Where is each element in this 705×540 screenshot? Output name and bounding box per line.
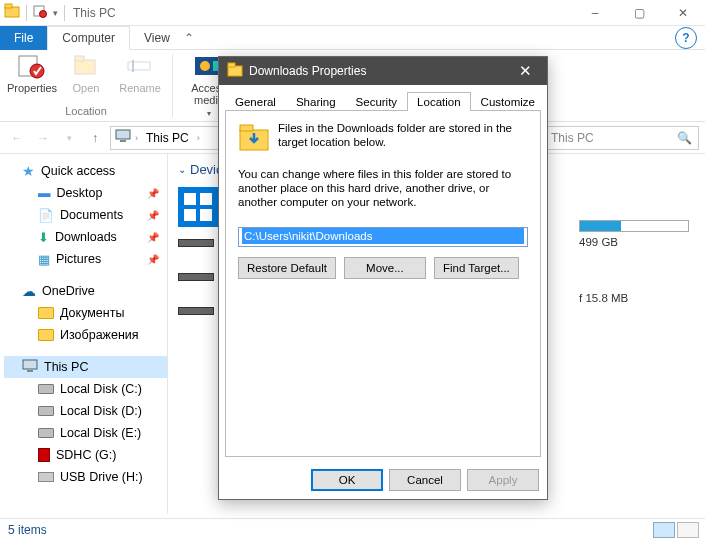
sidebar-documents[interactable]: 📄Documents📌 xyxy=(4,204,167,226)
sidebar-drive-e[interactable]: Local Disk (E:) xyxy=(4,422,167,444)
dialog-body: Files in the Downloads folder are stored… xyxy=(225,110,541,457)
svg-rect-16 xyxy=(23,360,37,369)
sidebar-onedrive-images[interactable]: Изображения xyxy=(4,324,167,346)
forward-button[interactable]: → xyxy=(32,127,54,149)
svg-rect-22 xyxy=(200,209,212,221)
location-path-input[interactable] xyxy=(242,228,524,244)
view-details-button[interactable] xyxy=(653,522,675,538)
chevron-right-icon[interactable]: › xyxy=(135,133,138,143)
dialog-tabs: General Sharing Security Location Custom… xyxy=(219,85,547,110)
dialog-footer: OK Cancel Apply xyxy=(219,463,547,499)
capacity-bar xyxy=(579,220,689,232)
sidebar-drive-h[interactable]: USB Drive (H:) xyxy=(4,466,167,488)
chevron-right-icon[interactable]: › xyxy=(197,133,200,143)
pin-icon: 📌 xyxy=(147,188,159,199)
tab-computer[interactable]: Computer xyxy=(47,26,130,50)
minimize-button[interactable]: – xyxy=(573,0,617,26)
drive-info: 499 GB f 15.8 MB xyxy=(575,154,705,514)
pin-icon: 📌 xyxy=(147,210,159,221)
dialog-titlebar[interactable]: Downloads Properties ✕ xyxy=(219,57,547,85)
star-icon: ★ xyxy=(22,163,35,179)
sidebar-downloads[interactable]: ⬇Downloads📌 xyxy=(4,226,167,248)
tab-general[interactable]: General xyxy=(225,92,286,111)
sidebar-onedrive-docs[interactable]: Документы xyxy=(4,302,167,324)
dialog-close-button[interactable]: ✕ xyxy=(511,57,539,85)
ribbon-collapse-icon[interactable]: ⌃ xyxy=(184,31,194,45)
ok-button[interactable]: OK xyxy=(311,469,383,491)
quick-access-header[interactable]: ★Quick access xyxy=(4,160,167,182)
dialog-title: Downloads Properties xyxy=(249,64,366,78)
drive-item[interactable] xyxy=(178,239,214,247)
folder-icon xyxy=(38,329,54,341)
tab-sharing[interactable]: Sharing xyxy=(286,92,346,111)
file-tab[interactable]: File xyxy=(0,26,47,50)
find-target-button[interactable]: Find Target... xyxy=(434,257,519,279)
item-count: 5 items xyxy=(8,523,47,537)
dialog-text-2: You can change where files in this folde… xyxy=(238,167,528,209)
search-placeholder: This PC xyxy=(551,131,594,145)
folder-icon xyxy=(38,307,54,319)
window-title: This PC xyxy=(73,6,116,20)
drive-icon xyxy=(38,428,54,438)
restore-default-button[interactable]: Restore Default xyxy=(238,257,336,279)
recent-button[interactable]: ▾ xyxy=(58,127,80,149)
titlebar: ▾ This PC – ▢ ✕ xyxy=(0,0,705,26)
downloads-folder-icon xyxy=(238,121,270,153)
maximize-button[interactable]: ▢ xyxy=(617,0,661,26)
sidebar-drive-g[interactable]: SDHC (G:) xyxy=(4,444,167,466)
pictures-icon: ▦ xyxy=(38,252,50,267)
pin-icon: 📌 xyxy=(147,232,159,243)
sidebar-drive-d[interactable]: Local Disk (D:) xyxy=(4,400,167,422)
help-button[interactable]: ? xyxy=(675,27,697,49)
tab-location[interactable]: Location xyxy=(407,92,470,111)
cloud-icon: ☁ xyxy=(22,283,36,299)
ribbon-group-location: Location xyxy=(65,105,107,119)
sd-card-icon xyxy=(38,448,50,462)
up-button[interactable]: ↑ xyxy=(84,127,106,149)
nav-pane: ★Quick access ▬Desktop📌 📄Documents📌 ⬇Dow… xyxy=(0,154,168,514)
rename-button[interactable]: Rename xyxy=(116,52,164,94)
svg-rect-7 xyxy=(75,56,84,61)
svg-rect-26 xyxy=(240,125,253,131)
view-large-button[interactable] xyxy=(677,522,699,538)
pin-icon: 📌 xyxy=(147,254,159,265)
search-box[interactable]: This PC 🔍 xyxy=(544,126,699,150)
svg-rect-17 xyxy=(27,370,33,372)
back-button[interactable]: ← xyxy=(6,127,28,149)
documents-icon: 📄 xyxy=(38,208,54,223)
drive-item[interactable] xyxy=(178,307,214,315)
status-bar: 5 items xyxy=(0,518,705,540)
dialog-text-1: Files in the Downloads folder are stored… xyxy=(278,121,528,153)
quick-access-toolbar: ▾ xyxy=(4,3,65,22)
drive-icon xyxy=(38,384,54,394)
search-icon: 🔍 xyxy=(677,131,692,145)
tab-security[interactable]: Security xyxy=(346,92,408,111)
location-path-field[interactable] xyxy=(238,227,528,247)
sidebar-thispc[interactable]: This PC xyxy=(4,356,167,378)
close-button[interactable]: ✕ xyxy=(661,0,705,26)
move-button[interactable]: Move... xyxy=(344,257,426,279)
breadcrumb-thispc[interactable]: This PC xyxy=(142,131,193,145)
sidebar-pictures[interactable]: ▦Pictures📌 xyxy=(4,248,167,270)
sidebar-desktop[interactable]: ▬Desktop📌 xyxy=(4,182,167,204)
properties-button[interactable]: Properties xyxy=(8,52,56,94)
sidebar-drive-c[interactable]: Local Disk (C:) xyxy=(4,378,167,400)
drive-tile[interactable] xyxy=(178,187,218,227)
onedrive-header[interactable]: ☁OneDrive xyxy=(4,280,167,302)
svg-rect-21 xyxy=(184,209,196,221)
svg-rect-19 xyxy=(184,193,196,205)
svg-rect-6 xyxy=(75,60,95,74)
tab-view[interactable]: View xyxy=(130,26,184,50)
capacity-text: 499 GB xyxy=(579,236,701,248)
tab-customize[interactable]: Customize xyxy=(471,92,545,111)
apply-button[interactable]: Apply xyxy=(467,469,539,491)
drive-item[interactable] xyxy=(178,273,214,281)
cancel-button[interactable]: Cancel xyxy=(389,469,461,491)
qat-dropdown-icon[interactable]: ▾ xyxy=(53,8,58,18)
svg-rect-14 xyxy=(116,130,130,139)
open-button[interactable]: Open xyxy=(62,52,110,94)
svg-point-11 xyxy=(200,61,210,71)
qat-properties-icon[interactable] xyxy=(33,4,47,21)
ribbon-tabs: File Computer View ⌃ ? xyxy=(0,26,705,50)
svg-rect-1 xyxy=(5,4,12,8)
